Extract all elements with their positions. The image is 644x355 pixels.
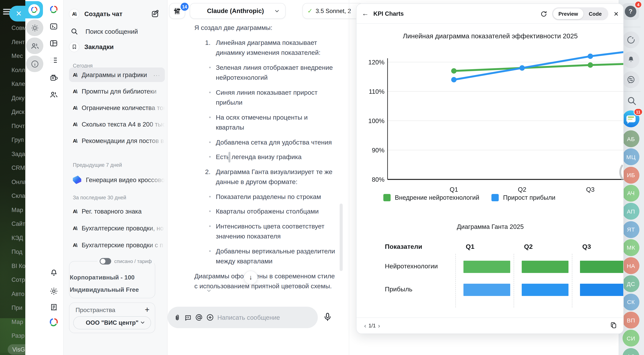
quote-bubble-icon[interactable] — [184, 314, 192, 321]
avatar[interactable]: ЯТ — [622, 221, 640, 238]
microphone-icon[interactable] — [323, 312, 332, 322]
contacts-icon[interactable] — [44, 88, 64, 101]
chat-list-item[interactable]: A\ Сколько текста А4 в 200 тыс — [69, 117, 165, 132]
chat-scrollbar[interactable] — [340, 204, 343, 271]
attach-icon[interactable] — [174, 314, 181, 321]
workspace-menu-item[interactable]: При — [0, 301, 25, 315]
message-input-bar[interactable] — [168, 307, 318, 328]
avatar[interactable]: ИБ — [622, 166, 640, 184]
copilot-button[interactable] — [622, 32, 640, 48]
tariff-toggle-row[interactable]: списано / тариф — [97, 258, 154, 264]
message-input[interactable] — [217, 314, 298, 321]
plan-corporate[interactable]: Корпоративный - 100 — [70, 274, 134, 281]
workspace-menu-item[interactable]: Мес — [0, 49, 25, 63]
info-pill-button[interactable] — [26, 56, 43, 72]
avatar[interactable]: МК — [622, 239, 640, 256]
workspace-menu-item[interactable]: Лент — [0, 35, 25, 49]
task-list-icon[interactable] — [44, 54, 64, 67]
workspace-menu-item[interactable]: Совм — [0, 21, 25, 35]
search-messages[interactable]: Поиск сообщений — [69, 24, 162, 38]
workspace-menu-item[interactable]: Авто — [0, 287, 25, 301]
chevron-down-icon[interactable] — [206, 276, 212, 281]
mention-icon[interactable] — [195, 314, 203, 321]
workspace-menu-item[interactable]: BI Ко — [0, 259, 25, 273]
avatar[interactable]: МЦ — [622, 148, 640, 166]
chevron-down-icon[interactable] — [206, 288, 212, 293]
theme-sun-icon[interactable] — [44, 284, 64, 298]
workspace-menu-item[interactable]: Мар — [0, 315, 25, 329]
workspace-menu-item[interactable]: Сотр — [0, 273, 25, 287]
avatar[interactable]: АЧ — [622, 185, 640, 202]
add-space-button[interactable]: + — [145, 305, 150, 314]
page-prev-icon[interactable]: ‹ — [362, 322, 368, 329]
page-next-icon[interactable]: › — [376, 322, 382, 329]
back-icon[interactable]: ← — [362, 10, 369, 18]
workspace-menu-item[interactable]: Колл — [0, 63, 25, 77]
bell-icon[interactable] — [44, 265, 64, 278]
chat-list-item[interactable]: A\ Промпты для библиотеки — [69, 84, 165, 98]
toggle-switch[interactable] — [100, 258, 111, 264]
chat-list-scrollbar[interactable] — [228, 152, 230, 162]
workspace-menu-item[interactable]: Разр — [0, 329, 25, 343]
video-generation-icon — [73, 176, 81, 184]
bookmarks-button[interactable]: Закладки — [69, 40, 162, 54]
chat-list-item[interactable]: A\ Бухгалтерские проводки с п — [69, 238, 165, 252]
workspace-menu-item[interactable]: Под — [0, 245, 25, 259]
workspace-menu-item[interactable]: Доку — [0, 91, 25, 105]
people-pill-button[interactable] — [26, 38, 43, 54]
model-selector[interactable]: Claude (Anthropic) — [190, 3, 286, 19]
notifications-button[interactable] — [622, 51, 640, 68]
workspace-menu-item[interactable]: Диск — [0, 105, 25, 119]
avatar[interactable]: АБ — [622, 130, 640, 147]
copy-icon[interactable] — [610, 322, 617, 329]
workspace-menu-item[interactable]: Мар — [0, 203, 25, 217]
workspace-menu-item[interactable]: Почт — [0, 119, 25, 133]
avatar[interactable]: СИ — [622, 330, 640, 347]
workspace-menu-item[interactable]: Кале — [0, 77, 25, 91]
avatar[interactable]: СК — [622, 294, 640, 310]
visgpt-logo-bottom-icon[interactable] — [44, 316, 64, 329]
chat-list-item[interactable]: A\ Диаграммы и графики ··· — [69, 68, 165, 82]
avatar[interactable]: АС — [622, 348, 640, 355]
space-selector[interactable]: ООО "ВИС центр" — [73, 316, 151, 329]
create-chat-button[interactable]: A\ Создать чат — [69, 7, 162, 21]
chat-settings-button[interactable]: 14 — [169, 3, 185, 19]
tab-preview[interactable]: Preview — [553, 8, 584, 19]
compose-icon[interactable] — [151, 10, 160, 18]
workspace-menu-item-active[interactable]: VisG — [8, 344, 25, 354]
terminal-icon[interactable] — [44, 20, 64, 33]
workspace-menu-item[interactable]: Зада — [0, 147, 25, 161]
close-panel-icon[interactable]: ✕ — [614, 10, 619, 18]
receipt-icon[interactable] — [44, 300, 64, 314]
add-plus-icon[interactable] — [206, 314, 214, 321]
kanban-board-icon[interactable] — [44, 37, 64, 50]
refresh-icon[interactable] — [540, 10, 548, 18]
chat-list-item[interactable]: Генерация видео кроссовок — [69, 172, 165, 187]
dialogs-button[interactable] — [622, 71, 640, 88]
avatar[interactable]: ВП — [622, 312, 640, 328]
model-status-pill[interactable]: ✓ 3.5 Sonnet, 2 — [302, 3, 364, 19]
fax-icon[interactable] — [44, 71, 64, 84]
workspace-menu-item[interactable]: CRM — [0, 161, 25, 175]
workspace-menu-item[interactable]: Груп — [0, 133, 25, 147]
scroll-to-bottom-button[interactable]: ↓ — [244, 271, 258, 284]
tab-code[interactable]: Code — [584, 8, 607, 19]
chat-list-item[interactable]: A\ Рег. товарного знака — [69, 204, 165, 218]
item-menu-icon[interactable]: ··· — [153, 72, 160, 78]
visgpt-app-tile[interactable] — [25, 1, 43, 18]
search-icon[interactable] — [627, 96, 637, 106]
plan-individual[interactable]: Индивидуальный Free — [70, 286, 139, 293]
visgpt-module-icon[interactable] — [44, 3, 64, 16]
chat-list-item[interactable]: A\ Рекомендации для постов в — [69, 134, 165, 148]
workspace-menu-item[interactable]: Скла — [0, 189, 25, 203]
settings-pill-button[interactable] — [26, 20, 43, 36]
avatar[interactable]: АП — [622, 203, 640, 220]
avatar[interactable]: ДС — [622, 276, 640, 292]
chat-list-item[interactable]: A\ Ограничение количества ток — [69, 100, 165, 115]
workspace-menu-item[interactable]: Онла — [0, 175, 25, 189]
search-icon — [70, 28, 78, 35]
workspace-menu-item[interactable]: КЭД — [0, 231, 25, 245]
chat-list-item[interactable]: A\ Бухгалтерские проводки, но — [69, 221, 165, 236]
workspace-menu-item[interactable]: Сайт — [0, 217, 25, 231]
avatar[interactable]: НА — [622, 257, 640, 274]
